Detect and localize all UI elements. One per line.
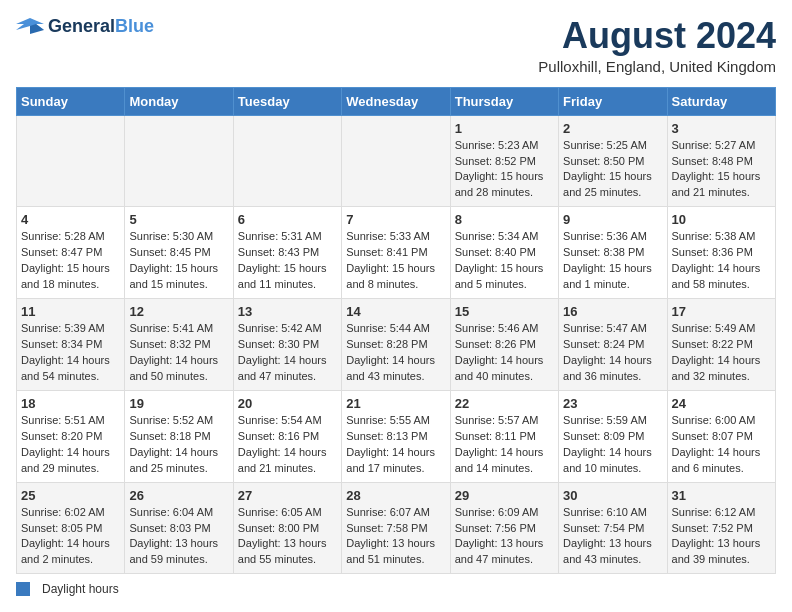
logo: GeneralBlue	[16, 16, 154, 38]
day-info: Sunrise: 6:07 AMSunset: 7:58 PMDaylight:…	[346, 505, 445, 569]
day-info: Sunrise: 6:04 AMSunset: 8:03 PMDaylight:…	[129, 505, 228, 569]
day-info: Sunrise: 5:39 AMSunset: 8:34 PMDaylight:…	[21, 321, 120, 385]
day-number: 12	[129, 304, 228, 319]
calendar-header: Sunday Monday Tuesday Wednesday Thursday…	[17, 87, 776, 115]
day-number: 3	[672, 121, 771, 136]
title-block: August 2024 Pulloxhill, England, United …	[538, 16, 776, 75]
day-number: 15	[455, 304, 554, 319]
day-info: Sunrise: 5:42 AMSunset: 8:30 PMDaylight:…	[238, 321, 337, 385]
day-number: 9	[563, 212, 662, 227]
day-info: Sunrise: 5:27 AMSunset: 8:48 PMDaylight:…	[672, 138, 771, 202]
day-info: Sunrise: 5:54 AMSunset: 8:16 PMDaylight:…	[238, 413, 337, 477]
day-number: 14	[346, 304, 445, 319]
logo-text: GeneralBlue	[48, 17, 154, 37]
col-friday: Friday	[559, 87, 667, 115]
day-info: Sunrise: 6:05 AMSunset: 8:00 PMDaylight:…	[238, 505, 337, 569]
day-number: 7	[346, 212, 445, 227]
day-number: 8	[455, 212, 554, 227]
day-number: 24	[672, 396, 771, 411]
calendar-cell: 4Sunrise: 5:28 AMSunset: 8:47 PMDaylight…	[17, 207, 125, 299]
calendar-cell: 6Sunrise: 5:31 AMSunset: 8:43 PMDaylight…	[233, 207, 341, 299]
day-info: Sunrise: 6:10 AMSunset: 7:54 PMDaylight:…	[563, 505, 662, 569]
day-info: Sunrise: 5:46 AMSunset: 8:26 PMDaylight:…	[455, 321, 554, 385]
calendar-cell: 29Sunrise: 6:09 AMSunset: 7:56 PMDayligh…	[450, 482, 558, 574]
calendar-cell: 9Sunrise: 5:36 AMSunset: 8:38 PMDaylight…	[559, 207, 667, 299]
calendar-cell: 28Sunrise: 6:07 AMSunset: 7:58 PMDayligh…	[342, 482, 450, 574]
day-number: 5	[129, 212, 228, 227]
header-row: Sunday Monday Tuesday Wednesday Thursday…	[17, 87, 776, 115]
svg-marker-1	[30, 24, 44, 34]
calendar-cell	[342, 115, 450, 207]
calendar-subtitle: Pulloxhill, England, United Kingdom	[538, 58, 776, 75]
page-header: GeneralBlue August 2024 Pulloxhill, Engl…	[16, 16, 776, 75]
calendar-cell: 27Sunrise: 6:05 AMSunset: 8:00 PMDayligh…	[233, 482, 341, 574]
day-info: Sunrise: 5:36 AMSunset: 8:38 PMDaylight:…	[563, 229, 662, 293]
col-saturday: Saturday	[667, 87, 775, 115]
calendar-cell: 21Sunrise: 5:55 AMSunset: 8:13 PMDayligh…	[342, 390, 450, 482]
calendar-cell: 31Sunrise: 6:12 AMSunset: 7:52 PMDayligh…	[667, 482, 775, 574]
calendar-cell: 13Sunrise: 5:42 AMSunset: 8:30 PMDayligh…	[233, 299, 341, 391]
day-number: 22	[455, 396, 554, 411]
day-info: Sunrise: 5:49 AMSunset: 8:22 PMDaylight:…	[672, 321, 771, 385]
calendar-cell: 7Sunrise: 5:33 AMSunset: 8:41 PMDaylight…	[342, 207, 450, 299]
day-info: Sunrise: 5:25 AMSunset: 8:50 PMDaylight:…	[563, 138, 662, 202]
col-sunday: Sunday	[17, 87, 125, 115]
day-number: 1	[455, 121, 554, 136]
calendar-week-2: 4Sunrise: 5:28 AMSunset: 8:47 PMDaylight…	[17, 207, 776, 299]
day-info: Sunrise: 5:33 AMSunset: 8:41 PMDaylight:…	[346, 229, 445, 293]
calendar-cell: 20Sunrise: 5:54 AMSunset: 8:16 PMDayligh…	[233, 390, 341, 482]
calendar-cell: 8Sunrise: 5:34 AMSunset: 8:40 PMDaylight…	[450, 207, 558, 299]
day-number: 31	[672, 488, 771, 503]
day-info: Sunrise: 6:09 AMSunset: 7:56 PMDaylight:…	[455, 505, 554, 569]
calendar-cell: 17Sunrise: 5:49 AMSunset: 8:22 PMDayligh…	[667, 299, 775, 391]
calendar-cell: 23Sunrise: 5:59 AMSunset: 8:09 PMDayligh…	[559, 390, 667, 482]
calendar-table: Sunday Monday Tuesday Wednesday Thursday…	[16, 87, 776, 575]
day-info: Sunrise: 6:02 AMSunset: 8:05 PMDaylight:…	[21, 505, 120, 569]
day-number: 25	[21, 488, 120, 503]
calendar-cell: 12Sunrise: 5:41 AMSunset: 8:32 PMDayligh…	[125, 299, 233, 391]
footer: Daylight hours	[16, 582, 776, 596]
day-info: Sunrise: 5:44 AMSunset: 8:28 PMDaylight:…	[346, 321, 445, 385]
day-number: 30	[563, 488, 662, 503]
daylight-label: Daylight hours	[42, 582, 119, 596]
calendar-cell: 14Sunrise: 5:44 AMSunset: 8:28 PMDayligh…	[342, 299, 450, 391]
day-info: Sunrise: 5:51 AMSunset: 8:20 PMDaylight:…	[21, 413, 120, 477]
calendar-week-4: 18Sunrise: 5:51 AMSunset: 8:20 PMDayligh…	[17, 390, 776, 482]
col-monday: Monday	[125, 87, 233, 115]
logo-icon	[16, 16, 44, 38]
calendar-cell	[17, 115, 125, 207]
calendar-cell: 22Sunrise: 5:57 AMSunset: 8:11 PMDayligh…	[450, 390, 558, 482]
calendar-body: 1Sunrise: 5:23 AMSunset: 8:52 PMDaylight…	[17, 115, 776, 574]
daylight-color-box	[16, 582, 30, 596]
day-number: 4	[21, 212, 120, 227]
calendar-cell	[233, 115, 341, 207]
calendar-cell: 16Sunrise: 5:47 AMSunset: 8:24 PMDayligh…	[559, 299, 667, 391]
day-number: 10	[672, 212, 771, 227]
day-number: 11	[21, 304, 120, 319]
calendar-cell: 3Sunrise: 5:27 AMSunset: 8:48 PMDaylight…	[667, 115, 775, 207]
calendar-cell: 18Sunrise: 5:51 AMSunset: 8:20 PMDayligh…	[17, 390, 125, 482]
day-info: Sunrise: 5:47 AMSunset: 8:24 PMDaylight:…	[563, 321, 662, 385]
day-number: 13	[238, 304, 337, 319]
day-number: 17	[672, 304, 771, 319]
day-info: Sunrise: 5:55 AMSunset: 8:13 PMDaylight:…	[346, 413, 445, 477]
day-info: Sunrise: 5:31 AMSunset: 8:43 PMDaylight:…	[238, 229, 337, 293]
day-number: 27	[238, 488, 337, 503]
calendar-cell: 2Sunrise: 5:25 AMSunset: 8:50 PMDaylight…	[559, 115, 667, 207]
calendar-cell: 24Sunrise: 6:00 AMSunset: 8:07 PMDayligh…	[667, 390, 775, 482]
calendar-cell: 25Sunrise: 6:02 AMSunset: 8:05 PMDayligh…	[17, 482, 125, 574]
day-number: 16	[563, 304, 662, 319]
day-info: Sunrise: 5:57 AMSunset: 8:11 PMDaylight:…	[455, 413, 554, 477]
calendar-cell: 1Sunrise: 5:23 AMSunset: 8:52 PMDaylight…	[450, 115, 558, 207]
day-info: Sunrise: 5:28 AMSunset: 8:47 PMDaylight:…	[21, 229, 120, 293]
calendar-week-1: 1Sunrise: 5:23 AMSunset: 8:52 PMDaylight…	[17, 115, 776, 207]
col-thursday: Thursday	[450, 87, 558, 115]
day-info: Sunrise: 6:00 AMSunset: 8:07 PMDaylight:…	[672, 413, 771, 477]
day-info: Sunrise: 5:34 AMSunset: 8:40 PMDaylight:…	[455, 229, 554, 293]
day-info: Sunrise: 5:38 AMSunset: 8:36 PMDaylight:…	[672, 229, 771, 293]
day-number: 6	[238, 212, 337, 227]
day-number: 18	[21, 396, 120, 411]
day-number: 21	[346, 396, 445, 411]
day-number: 19	[129, 396, 228, 411]
calendar-cell: 15Sunrise: 5:46 AMSunset: 8:26 PMDayligh…	[450, 299, 558, 391]
